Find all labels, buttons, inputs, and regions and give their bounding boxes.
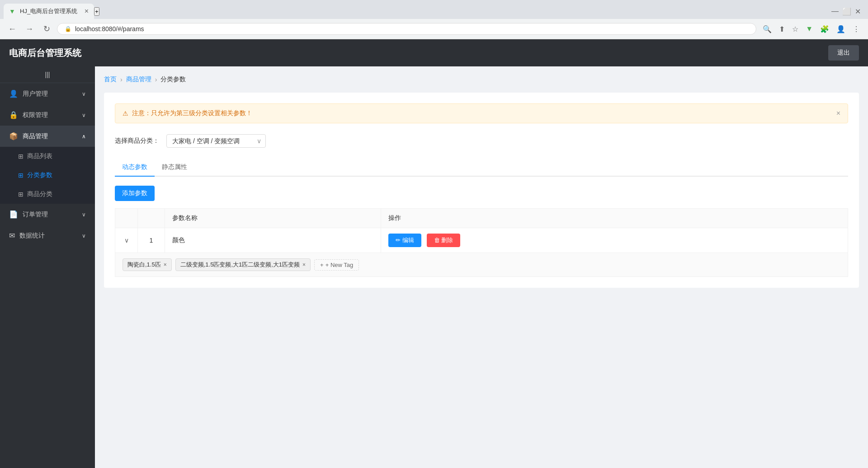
alert-close-button[interactable]: × — [836, 109, 840, 117]
grid-icon: ⊞ — [18, 153, 24, 160]
window-restore-icon[interactable]: ⬜ — [842, 7, 851, 16]
grid-icon: ⊞ — [18, 191, 24, 198]
breadcrumb-home[interactable]: 首页 — [104, 75, 117, 84]
lock-icon: 🔒 — [9, 111, 18, 119]
subitem-label: 商品分类 — [27, 190, 52, 198]
chevron-down-icon: ∨ — [82, 91, 86, 97]
reload-button[interactable]: ↻ — [40, 22, 53, 36]
sidebar-item-label: 数据统计 — [19, 232, 77, 240]
tags-row: 陶瓷白,1.5匹 × 二级变频,1.5匹变频,大1匹二级变频,大1匹变频 × + — [115, 253, 848, 277]
sidebar: ||| 👤 用户管理 ∨ 🔒 权限管理 ∨ 📦 商品管理 ∧ — [0, 66, 95, 468]
alert-warning: ⚠ 注意：只允许为第三级分类设置相关参数！ × — [115, 103, 848, 123]
category-select[interactable]: 大家电 / 空调 / 变频空调 — [166, 134, 266, 148]
search-icon[interactable]: 🔍 — [760, 23, 774, 35]
goods-icon: 📦 — [9, 132, 18, 140]
table-header-name: 参数名称 — [165, 209, 381, 228]
menu-icon[interactable]: ⋮ — [850, 23, 863, 35]
breadcrumb-goods-mgmt[interactable]: 商品管理 — [126, 75, 151, 84]
expand-row-button[interactable]: ∨ — [124, 237, 129, 244]
breadcrumb-separator: › — [155, 76, 157, 83]
tags-container: 陶瓷白,1.5匹 × 二级变频,1.5匹变频,大1匹二级变频,大1匹变频 × + — [123, 258, 840, 271]
main-content: 首页 › 商品管理 › 分类参数 ⚠ 注意：只允许为第三级分类设置相关参数！ × — [95, 66, 868, 468]
sidebar-collapse-button[interactable]: ||| — [0, 66, 95, 83]
sidebar-item-goods-category[interactable]: ⊞ 商品分类 — [0, 185, 95, 204]
sidebar-item-label: 订单管理 — [23, 211, 77, 219]
breadcrumb-current: 分类参数 — [160, 75, 186, 84]
tab-dynamic[interactable]: 动态参数 — [115, 159, 155, 177]
alert-message: 注意：只允许为第三级分类设置相关参数！ — [132, 109, 252, 117]
vuejs-icon[interactable]: ▼ — [803, 23, 816, 35]
order-icon: 📄 — [9, 210, 18, 219]
sidebar-item-order[interactable]: 📄 订单管理 ∨ — [0, 204, 95, 225]
breadcrumb: 首页 › 商品管理 › 分类参数 — [104, 75, 859, 84]
address-bar: 🔒 localhost:8080/#/params — [57, 23, 756, 35]
browser-tab[interactable]: ▼ HJ_电商后台管理系统 × — [4, 4, 94, 19]
new-tag-button[interactable]: + + New Tag — [314, 259, 359, 271]
account-icon[interactable]: 👤 — [834, 23, 848, 35]
row-name: 颜色 — [165, 228, 381, 253]
window-close-icon[interactable]: ✕ — [855, 7, 861, 16]
edit-button[interactable]: ✏ 编辑 — [388, 234, 421, 247]
tag-2: 二级变频,1.5匹变频,大1匹二级变频,大1匹变频 × — [175, 258, 311, 271]
extensions-icon[interactable]: 🧩 — [817, 23, 832, 35]
lock-icon: 🔒 — [65, 26, 71, 32]
tag-1: 陶瓷白,1.5匹 × — [123, 258, 172, 271]
table-row: ∨ 1 颜色 ✏ 编辑 🗑 删除 — [115, 228, 848, 253]
sidebar-item-permission[interactable]: 🔒 权限管理 ∨ — [0, 104, 95, 126]
data-icon: ✉ — [9, 231, 15, 240]
table-header-action: 操作 — [381, 209, 848, 228]
sidebar-item-label: 权限管理 — [23, 111, 77, 119]
add-param-button[interactable]: 添加参数 — [115, 186, 155, 201]
chevron-down-icon: ∨ — [82, 211, 86, 218]
table-header-expand — [115, 209, 138, 228]
app-header: 电商后台管理系统 退出 — [0, 39, 868, 66]
breadcrumb-separator: › — [120, 76, 123, 83]
new-tag-label: + New Tag — [326, 262, 354, 268]
tab-favicon-icon: ▼ — [9, 8, 16, 15]
sidebar-item-data[interactable]: ✉ 数据统计 ∨ — [0, 225, 95, 246]
tab-close-icon[interactable]: × — [85, 7, 89, 15]
tag-close-icon[interactable]: × — [164, 262, 167, 268]
sidebar-item-label: 商品管理 — [23, 132, 77, 140]
app-title: 电商后台管理系统 — [9, 47, 81, 59]
tag-close-icon[interactable]: × — [302, 262, 306, 268]
subitem-label: 商品列表 — [27, 152, 52, 160]
sidebar-item-goods-params[interactable]: ⊞ 分类参数 — [0, 166, 95, 185]
forward-button[interactable]: → — [23, 22, 36, 36]
category-row: 选择商品分类： 大家电 / 空调 / 变频空调 ∨ — [115, 134, 848, 148]
row-actions: ✏ 编辑 🗑 删除 — [381, 228, 848, 253]
warning-icon: ⚠ — [123, 110, 128, 117]
tab-title: HJ_电商后台管理系统 — [20, 7, 77, 15]
sidebar-item-goods[interactable]: 📦 商品管理 ∧ — [0, 126, 95, 147]
share-icon[interactable]: ⬆ — [776, 23, 788, 35]
bookmark-icon[interactable]: ☆ — [789, 23, 801, 35]
sidebar-item-user[interactable]: 👤 用户管理 ∨ — [0, 83, 95, 104]
window-minimize-icon[interactable]: — — [831, 7, 839, 16]
logout-button[interactable]: 退出 — [828, 45, 859, 61]
goods-submenu: ⊞ 商品列表 ⊞ 分类参数 ⊞ 商品分类 — [0, 147, 95, 204]
content-card: ⚠ 注意：只允许为第三级分类设置相关参数！ × 选择商品分类： 大家电 / 空调… — [104, 93, 859, 288]
chevron-down-icon: ∨ — [82, 233, 86, 239]
new-tab-button[interactable]: + — [94, 7, 99, 16]
delete-button[interactable]: 🗑 删除 — [427, 234, 461, 247]
tab-static[interactable]: 静态属性 — [155, 159, 194, 177]
sidebar-item-goods-list[interactable]: ⊞ 商品列表 — [0, 147, 95, 166]
category-select-wrapper[interactable]: 大家电 / 空调 / 变频空调 ∨ — [166, 134, 266, 148]
chevron-down-icon: ∨ — [82, 112, 86, 118]
grid-icon: ⊞ — [18, 172, 24, 179]
chevron-up-icon: ∧ — [82, 133, 86, 140]
category-label: 选择商品分类： — [115, 137, 159, 145]
tag-text: 二级变频,1.5匹变频,大1匹二级变频,大1匹变频 — [180, 261, 300, 269]
params-table: 参数名称 操作 ∨ 1 颜色 ✏ 编辑 — [115, 208, 848, 277]
subitem-label: 分类参数 — [27, 171, 52, 179]
user-icon: 👤 — [9, 89, 18, 98]
plus-icon: + — [320, 262, 324, 268]
tags-cell: 陶瓷白,1.5匹 × 二级变频,1.5匹变频,大1匹二级变频,大1匹变频 × + — [115, 253, 848, 277]
row-num: 1 — [138, 228, 165, 253]
url-text: localhost:8080/#/params — [75, 25, 144, 33]
sidebar-item-label: 用户管理 — [23, 90, 77, 98]
back-button[interactable]: ← — [5, 22, 19, 36]
tag-text: 陶瓷白,1.5匹 — [127, 261, 161, 269]
tabs: 动态参数 静态属性 — [115, 159, 848, 177]
table-header-num — [138, 209, 165, 228]
